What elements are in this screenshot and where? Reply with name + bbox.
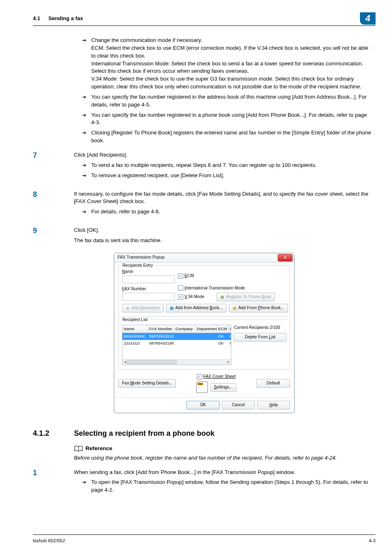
col-dept[interactable]: Department xyxy=(196,325,217,333)
cover-sheet-settings-button[interactable]: Settings... xyxy=(210,383,236,392)
dialog-title: FAX Transmission Popup xyxy=(118,254,278,261)
reference-label: Reference xyxy=(85,444,112,453)
step-7: 7 Click [Add Recipients]. To send a fax … xyxy=(33,151,376,184)
step-after-text: The fax data is sent via this machine. xyxy=(74,237,376,245)
phone-add-icon xyxy=(220,295,224,299)
reference-heading: Reference xyxy=(74,444,371,453)
dialog-titlebar[interactable]: FAX Transmission Popup ✕ xyxy=(114,253,294,263)
recipients-entry-group: Recipients Entry Name ECM FA xyxy=(118,265,290,317)
step-9: 9 Click [OK]. The fax data is sent via t… xyxy=(33,227,376,247)
col-name[interactable]: Name xyxy=(122,325,148,333)
step-text: Click [Add Recipients]. xyxy=(74,151,376,159)
table-header: Name FAX Number Company Department ECM I xyxy=(122,325,231,333)
arrow-down-icon xyxy=(126,306,130,310)
address-book-icon xyxy=(170,306,174,310)
svg-rect-1 xyxy=(170,307,173,310)
step-text: Click [OK]. xyxy=(74,227,376,234)
table-row[interactable]: JJJJJJJJ 08765432198 On Off xyxy=(122,340,231,347)
subsection-number: 4.1.2 xyxy=(33,428,74,439)
step-8: 8 If necessary, to configure the fax mod… xyxy=(33,190,376,220)
bullet-item: For details, refer to page 4-6. xyxy=(82,208,376,216)
v34-mode-checkbox[interactable]: V.34 Mode xyxy=(178,294,204,300)
col-intl[interactable]: I xyxy=(228,325,231,333)
chapter-badge: 4 xyxy=(360,12,376,25)
checkbox-icon xyxy=(178,273,183,279)
default-button[interactable]: Default xyxy=(256,379,290,388)
step-1: 1 When sending a fax, click [Add from Ph… xyxy=(33,469,376,499)
section-number: 4.1 xyxy=(33,15,40,21)
horizontal-scrollbar[interactable]: ◄ ► xyxy=(122,359,231,365)
col-fax[interactable]: FAX Number xyxy=(148,325,174,333)
page-header: 4.1 Sending a fax 4 xyxy=(33,12,376,26)
table-row[interactable]: KKKKKKKK 09876543210 On Of xyxy=(122,333,231,340)
scrollbar-thumb[interactable] xyxy=(127,360,177,364)
step-number: 7 xyxy=(33,151,74,160)
fax-cover-icon: FAX xyxy=(196,382,208,393)
name-label: Name xyxy=(122,269,175,275)
ecm-checkbox[interactable]: ECM xyxy=(178,273,194,279)
fax-cover-sheet-checkbox[interactable]: FAX Cover Sheet xyxy=(197,374,236,380)
svg-rect-2 xyxy=(233,307,236,310)
recipient-list-table[interactable]: Name FAX Number Company Department ECM I… xyxy=(122,325,231,365)
recipient-list-group: Recipient List Name FAX Number Company D… xyxy=(118,319,290,370)
add-recipients-button[interactable]: Add Recipients xyxy=(122,304,164,312)
subsection-title: Selecting a recipient from a phone book xyxy=(74,428,214,439)
help-button[interactable]: Help xyxy=(257,401,290,409)
name-input[interactable] xyxy=(122,275,175,283)
cancel-button[interactable]: Cancel xyxy=(222,401,255,409)
intro-bullets: Change the communication mode if necessa… xyxy=(74,37,371,145)
step-number: 1 xyxy=(33,469,74,478)
footer-right: 4-3 xyxy=(369,537,376,544)
delete-from-list-button[interactable]: Delete From List xyxy=(234,333,286,342)
footer-left: bizhub 652/552 xyxy=(33,537,65,544)
bullet-item: You can specify the fax number registere… xyxy=(82,111,371,127)
checkbox-icon xyxy=(197,374,202,379)
register-to-phone-book-button[interactable]: Register To Phone Book xyxy=(217,293,275,301)
close-icon[interactable]: ✕ xyxy=(278,254,293,261)
book-icon xyxy=(74,445,83,452)
reference-text: Before using the phone book, register th… xyxy=(74,454,371,462)
group-label: Recipients Entry xyxy=(121,263,154,269)
checkbox-icon xyxy=(178,294,183,300)
bullet-item: To send a fax to multiple recipients, re… xyxy=(82,162,376,169)
step-number: 9 xyxy=(33,227,74,236)
current-recipients-label: Current Recipients 2/100 xyxy=(234,325,286,331)
step-text: When sending a fax, click [Add from Phon… xyxy=(74,469,376,476)
ok-button[interactable]: OK xyxy=(187,401,219,409)
bullet-item: Clicking [Register To Phone Book] regist… xyxy=(82,129,371,145)
bullet-item: To open the [FAX Transmission Popup] win… xyxy=(82,479,376,494)
bullet-item: Change the communication mode if necessa… xyxy=(82,37,371,91)
step-text: If necessary, to configure the fax mode … xyxy=(74,190,376,206)
fax-number-label: FAX Number xyxy=(122,286,175,292)
fax-transmission-dialog: FAX Transmission Popup ✕ Recipients Entr… xyxy=(114,253,295,413)
col-company[interactable]: Company xyxy=(174,325,196,333)
group-label: Recipient List xyxy=(121,317,149,323)
fax-mode-setting-details-button[interactable]: Fax Mode Setting Details... xyxy=(118,379,176,388)
bullet-item: You can specify the fax number registere… xyxy=(82,93,371,109)
fax-number-input[interactable] xyxy=(122,293,175,301)
bullet-item: To remove a registered recipient, use [D… xyxy=(82,172,376,180)
add-from-phone-book-button[interactable]: Add From Phone Book... xyxy=(229,304,288,312)
subsection-heading: 4.1.2 Selecting a recipient from a phone… xyxy=(33,428,376,439)
step-number: 8 xyxy=(33,190,74,199)
page-footer: bizhub 652/552 4-3 xyxy=(33,534,376,544)
intl-mode-checkbox[interactable]: International Transmission Mode xyxy=(178,285,275,291)
svg-point-0 xyxy=(221,296,224,299)
col-ecm[interactable]: ECM xyxy=(217,325,228,333)
section-title: Sending a fax xyxy=(48,15,83,21)
phone-book-icon xyxy=(233,306,237,310)
checkbox-icon xyxy=(178,285,183,291)
add-from-address-book-button[interactable]: Add from Address Book... xyxy=(166,304,227,312)
